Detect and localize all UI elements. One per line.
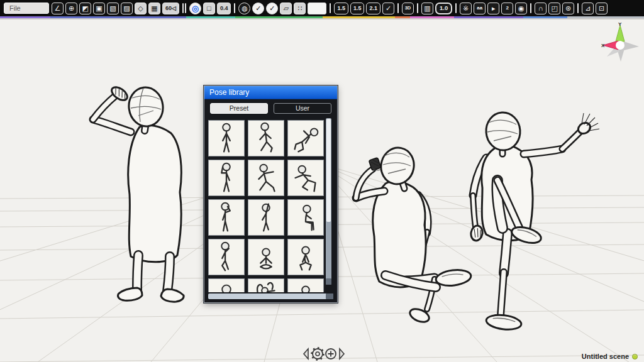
axis-y-label: Y [618, 21, 622, 27]
vertical-scrollbar-cap [326, 278, 331, 285]
toolbar-groups: ∠⊕◩▣▧▨◇▦60◁◎□0.4◍✓✓▱∷1.51.52.1✓3D▥1.0※aa… [52, 3, 608, 14]
tab-user[interactable]: User [274, 103, 331, 114]
toolbar-separator [577, 3, 579, 13]
gizmo-center[interactable] [616, 41, 625, 50]
axis-x-label: X [601, 43, 605, 48]
file-menu-button[interactable]: File [4, 3, 49, 14]
film-grain-button[interactable]: ※ [460, 3, 472, 14]
pose-thumbnail-standing[interactable] [208, 120, 245, 156]
axis-y-arrow[interactable] [616, 25, 625, 41]
settings-gear-button[interactable] [312, 348, 324, 360]
cube-dashed-button[interactable]: ▧ [107, 3, 119, 14]
scene-viewport[interactable]: Pose library Preset User Y X [0, 19, 644, 362]
smooth-check-button[interactable]: ✓ [266, 3, 278, 14]
clipboard-3d-button[interactable]: 3D [402, 3, 414, 14]
film-select-button[interactable]: ▸ [487, 3, 499, 14]
pose-library-tabs: Preset User [204, 99, 337, 117]
vertical-scrollbar-thumb[interactable] [326, 119, 331, 222]
cube-move-button[interactable]: ▨ [121, 3, 133, 14]
scene-status: Untitled scene [582, 353, 638, 360]
pose-library-body [204, 117, 337, 293]
pose-thumbnail-peek-top[interactable] [208, 278, 245, 292]
toolbar-group-export-3d: 3D [402, 3, 414, 14]
toolbar-group-shading-tools: ◍✓✓▱∷ [238, 3, 326, 14]
toolbar-group-film-tools: ※aa▸2◉ [460, 3, 527, 14]
film-caption-button[interactable]: aa [474, 3, 486, 14]
scale-tool-button[interactable]: ◩ [79, 3, 91, 14]
toolbar-separator [397, 3, 399, 13]
pose-thumbnail-sitting-cross-legged[interactable] [248, 239, 284, 275]
material-sphere-button[interactable]: ◍ [238, 3, 250, 14]
toolbar-separator [530, 3, 531, 13]
add-pose-button[interactable] [326, 349, 336, 359]
next-arrow-button[interactable] [340, 349, 344, 359]
pose-id-button[interactable]: ⊿ [582, 3, 594, 14]
pose-thumbnail-salute[interactable] [208, 160, 245, 196]
tab-preset[interactable]: Preset [210, 103, 268, 114]
setting-1-value[interactable]: 1.5 [334, 3, 348, 14]
toolbar-group-outline-tools: ◎□0.4 [189, 3, 231, 14]
orbit-sphere-button[interactable]: ⊕ [65, 3, 77, 14]
pose-thumbnail-sitting[interactable] [287, 199, 324, 236]
pose-library-titlebar[interactable]: Pose library [204, 86, 337, 99]
axis-neg-x-arrow[interactable] [624, 41, 639, 50]
pose-thumbnail-drinking[interactable] [208, 199, 245, 236]
web-button[interactable]: ⊛ [562, 3, 574, 14]
horizontal-scrollbar[interactable] [208, 293, 333, 299]
scene-name-label: Untitled scene [582, 353, 629, 360]
headphones-button[interactable]: ∩ [535, 3, 547, 14]
pose-thumbnail-crouching[interactable] [287, 239, 324, 275]
toolbar-group-media-tools: ∩◰⊛ [535, 3, 574, 14]
pose-thumbnail-sprint-start[interactable] [287, 120, 324, 156]
main-toolbar: File ∠⊕◩▣▧▨◇▦60◁◎□0.4◍✓✓▱∷1.51.52.1✓3D▥1… [0, 0, 644, 16]
horizontal-scrollbar-cap [326, 293, 333, 299]
prism-button[interactable]: ▱ [280, 3, 292, 14]
toolbar-group-view-tools: ∠⊕◩▣▧▨◇▦60◁ [52, 3, 179, 14]
toolbar-separator [455, 3, 457, 13]
toolbar-separator [417, 3, 418, 13]
axis-tool-button[interactable]: ∠ [52, 3, 64, 14]
toolbar-group-playback-speed: ▥1.0 [421, 3, 452, 14]
pose-nav-controls [302, 347, 351, 361]
outline-width-value[interactable]: 0.4 [217, 3, 231, 14]
pose-thumbnail-walking[interactable] [248, 120, 284, 156]
settings-checkbox[interactable]: ✓ [382, 3, 394, 14]
shade-check-button[interactable]: ✓ [252, 3, 264, 14]
prev-arrow-button[interactable] [304, 349, 308, 359]
figure-sitting-phone[interactable] [348, 142, 474, 324]
film-frame2-button[interactable]: 2 [501, 3, 513, 14]
figure-standing-salute[interactable] [77, 78, 190, 304]
perspective-cube-button[interactable]: ◇ [135, 3, 147, 14]
toolbar-separator [234, 3, 235, 13]
focus-target-button[interactable]: ◎ [189, 3, 201, 14]
pose-library-dialog: Pose library Preset User [204, 85, 338, 303]
speed-1-0-badge[interactable]: 1.0 [435, 3, 452, 14]
pose-thumbnail-reaching-up[interactable] [248, 199, 284, 236]
figure-knee-raise[interactable] [461, 107, 602, 331]
toolbar-group-numeric-settings: 1.51.52.1✓ [334, 3, 394, 14]
setting-3-value[interactable]: 2.1 [366, 3, 380, 14]
vertical-scrollbar[interactable] [326, 118, 331, 285]
pose-thumbnail-thinking[interactable] [208, 239, 245, 275]
setting-2-value[interactable]: 1.5 [350, 3, 365, 14]
camera-button[interactable]: ◉ [515, 3, 527, 14]
cube-outline-button[interactable]: □ [203, 3, 215, 14]
fit-frame-button[interactable]: ⊡ [596, 3, 608, 14]
toolbar-separator [330, 3, 331, 13]
axis-gizmo[interactable]: Y X [599, 19, 643, 63]
scene-status-icon [632, 354, 638, 359]
toolbar-separator [182, 3, 184, 13]
bounding-box-button[interactable]: ▣ [93, 3, 105, 14]
pose-thumbnail-lunging[interactable] [287, 160, 324, 196]
pose-thumbnail-peek-top-2[interactable] [287, 278, 324, 292]
fov-60-button[interactable]: 60◁ [162, 3, 179, 14]
pose-thumbnail-lying-arms-up[interactable] [248, 278, 284, 292]
grid-toggle-button[interactable]: ▦ [148, 3, 160, 14]
image-button[interactable]: ◰ [548, 3, 560, 14]
color-swatch-button[interactable] [308, 3, 326, 14]
keyframe-strip-button[interactable]: ▥ [421, 3, 433, 14]
joint-dots-button[interactable]: ∷ [294, 3, 306, 14]
pose-grid [208, 118, 324, 292]
toolbar-group-pose-tools: ⊿⊡ [582, 3, 608, 14]
pose-thumbnail-punching[interactable] [248, 160, 284, 196]
